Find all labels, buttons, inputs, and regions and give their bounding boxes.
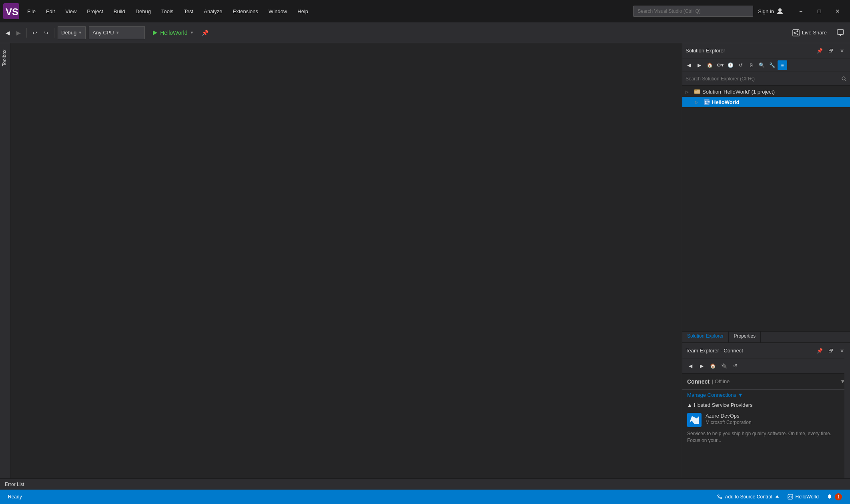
se-refresh-btn[interactable]: ↺ xyxy=(736,60,746,70)
menu-test[interactable]: Test xyxy=(179,6,198,17)
menu-help[interactable]: Help xyxy=(293,6,313,17)
team-explorer-panel: Team Explorer - Connect 📌 🗗 ✕ ◀ ▶ 🏠 🔌 ↺ … xyxy=(682,342,850,478)
se-properties-btn[interactable]: 🔧 xyxy=(767,60,777,70)
maximize-button[interactable]: □ xyxy=(810,5,828,17)
se-copy-btn[interactable]: ⎘ xyxy=(746,60,756,70)
ready-label: Ready xyxy=(8,494,22,500)
manage-connections-button[interactable]: Manage Connections ▼ xyxy=(682,390,850,400)
menu-project[interactable]: Project xyxy=(82,6,108,17)
se-history-btn[interactable]: 🕐 xyxy=(726,60,735,70)
toolbox-label[interactable]: Toolbox xyxy=(0,46,9,69)
title-bar: VS File Edit View Project Build Debug To… xyxy=(0,0,850,22)
tree-solution-item[interactable]: ▷ Solution 'HelloWorld' (1 project) xyxy=(682,86,850,97)
minimize-button[interactable]: − xyxy=(792,5,810,17)
solution-explorer-search-input[interactable] xyxy=(686,76,841,82)
team-explorer-connect-header: Connect | Offline ▼ xyxy=(682,374,850,390)
live-share-button[interactable]: Live Share xyxy=(788,28,831,38)
solution-explorer-tabs: Solution Explorer Properties xyxy=(682,331,850,342)
se-back-btn[interactable]: ◀ xyxy=(684,60,694,70)
source-control-button[interactable]: Add to Source Control xyxy=(713,490,783,504)
editor-area[interactable] xyxy=(10,43,682,478)
te-plugin-btn[interactable]: 🔌 xyxy=(719,361,729,371)
se-pin-button[interactable]: 📌 xyxy=(815,46,824,56)
team-explorer-header: Team Explorer - Connect 📌 🗗 ✕ xyxy=(682,343,850,358)
menu-edit[interactable]: Edit xyxy=(41,6,60,17)
se-config-btn[interactable]: ⚙▾ xyxy=(715,60,725,70)
start-label: HelloWorld xyxy=(160,30,187,36)
svg-marker-24 xyxy=(776,495,779,498)
menu-extensions[interactable]: Extensions xyxy=(228,6,263,17)
menu-tools[interactable]: Tools xyxy=(156,6,178,17)
team-explorer-toolbar: ◀ ▶ 🏠 🔌 ↺ xyxy=(682,358,850,374)
debug-config-arrow: ▼ xyxy=(78,30,82,35)
platform-dropdown[interactable]: Any CPU ▼ xyxy=(89,26,145,39)
team-explorer-scrollbar[interactable] xyxy=(844,343,850,478)
svg-marker-3 xyxy=(153,30,157,35)
debug-config-dropdown[interactable]: Debug ▼ xyxy=(58,26,86,39)
se-home-btn[interactable]: 🏠 xyxy=(705,60,714,70)
bell-icon xyxy=(827,494,832,500)
feedback-icon xyxy=(836,29,844,37)
search-input[interactable] xyxy=(633,6,753,17)
start-button[interactable]: HelloWorld ▼ xyxy=(150,26,196,39)
menu-view[interactable]: View xyxy=(60,6,81,17)
hosted-service-label: Hosted Service Providers xyxy=(694,402,753,408)
tab-properties[interactable]: Properties xyxy=(729,332,761,342)
sign-in-button[interactable]: Sign in xyxy=(753,6,788,16)
svg-point-19 xyxy=(718,495,719,496)
solution-explorer-header: Solution Explorer 📌 🗗 ✕ xyxy=(682,43,850,58)
solution-explorer-search xyxy=(682,72,850,86)
undo-button[interactable]: ↩ xyxy=(30,26,40,39)
solution-tree: ▷ Solution 'HelloWorld' (1 project) ▷ C#… xyxy=(682,86,850,331)
menu-debug[interactable]: Debug xyxy=(131,6,156,17)
close-button[interactable]: ✕ xyxy=(828,5,847,17)
forward-button[interactable]: ▶ xyxy=(14,26,23,39)
svg-line-9 xyxy=(795,33,797,34)
project-status-icon: C# xyxy=(788,494,793,500)
feedback-button[interactable] xyxy=(834,26,847,39)
menu-window[interactable]: Window xyxy=(264,6,292,17)
se-view-btn[interactable]: 🔍 xyxy=(757,60,766,70)
connect-label: Connect xyxy=(687,378,710,385)
source-control-up-icon xyxy=(775,494,780,499)
te-back-btn[interactable]: ◀ xyxy=(686,361,695,371)
se-close-button[interactable]: ✕ xyxy=(837,46,847,56)
te-pin-button[interactable]: 📌 xyxy=(815,346,824,356)
project-status-label: HelloWorld xyxy=(796,494,819,500)
menu-file[interactable]: File xyxy=(22,6,40,17)
source-control-label: Add to Source Control xyxy=(725,494,772,500)
error-list-tab[interactable]: Error List xyxy=(0,478,850,490)
platform-arrow: ▼ xyxy=(116,30,120,35)
solution-label: Solution 'HelloWorld' (1 project) xyxy=(702,89,775,95)
menu-analyze[interactable]: Analyze xyxy=(199,6,227,17)
te-fwd-btn[interactable]: ▶ xyxy=(697,361,706,371)
menu-build[interactable]: Build xyxy=(109,6,130,17)
menu-bar: File Edit View Project Build Debug Tools… xyxy=(22,6,633,17)
se-fwd-btn[interactable]: ▶ xyxy=(694,60,704,70)
te-refresh-btn[interactable]: ↺ xyxy=(730,361,740,371)
back-button[interactable]: ◀ xyxy=(3,26,12,39)
se-dock-button[interactable]: 🗗 xyxy=(826,46,836,56)
toolbox-sidebar: Toolbox xyxy=(0,43,10,478)
notification-badge: 1 xyxy=(835,493,842,500)
te-home-btn[interactable]: 🏠 xyxy=(708,361,718,371)
notification-button[interactable]: 1 xyxy=(823,490,846,504)
te-dock-button[interactable]: 🗗 xyxy=(826,346,836,356)
pin-button[interactable]: 📌 xyxy=(199,26,211,39)
play-icon xyxy=(152,30,158,36)
se-active-btn[interactable]: ≡ xyxy=(778,60,787,70)
svg-text:VS: VS xyxy=(6,6,18,17)
project-expand-icon: ▷ xyxy=(695,100,702,104)
project-status[interactable]: C# HelloWorld xyxy=(784,490,823,504)
svg-point-2 xyxy=(778,8,782,12)
tree-project-item[interactable]: ▷ C# HelloWorld xyxy=(682,97,850,107)
manage-connections-arrow: ▼ xyxy=(738,392,743,398)
tab-solution-explorer[interactable]: Solution Explorer xyxy=(682,332,729,342)
svg-line-8 xyxy=(795,32,797,32)
hosted-service-header: ▲ Hosted Service Providers xyxy=(682,400,850,410)
solution-icon xyxy=(694,88,701,95)
redo-button[interactable]: ↪ xyxy=(41,26,51,39)
window-controls: − □ ✕ xyxy=(792,5,847,17)
collapse-icon[interactable]: ▲ xyxy=(687,402,692,408)
ready-status[interactable]: Ready xyxy=(4,490,26,504)
